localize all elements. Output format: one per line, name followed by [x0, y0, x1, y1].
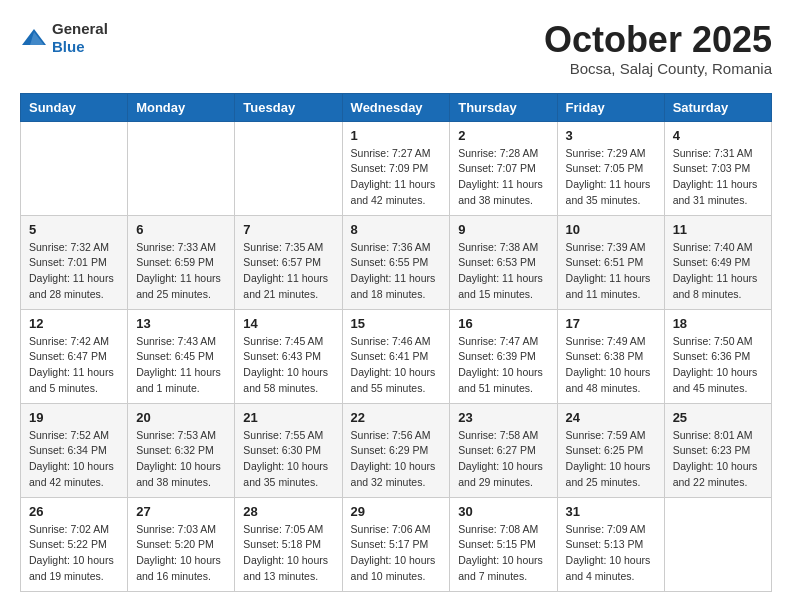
- calendar-header-friday: Friday: [557, 93, 664, 121]
- logo-icon: [20, 27, 48, 49]
- day-number: 23: [458, 410, 548, 425]
- calendar-cell: 10Sunrise: 7:39 AMSunset: 6:51 PMDayligh…: [557, 215, 664, 309]
- calendar-cell: 19Sunrise: 7:52 AMSunset: 6:34 PMDayligh…: [21, 403, 128, 497]
- logo-text-blue: Blue: [52, 38, 85, 55]
- location-subtitle: Bocsa, Salaj County, Romania: [544, 60, 772, 77]
- calendar-cell: 29Sunrise: 7:06 AMSunset: 5:17 PMDayligh…: [342, 497, 450, 591]
- day-number: 9: [458, 222, 548, 237]
- calendar-header-saturday: Saturday: [664, 93, 771, 121]
- calendar-cell: 28Sunrise: 7:05 AMSunset: 5:18 PMDayligh…: [235, 497, 342, 591]
- day-info: Sunrise: 7:32 AMSunset: 7:01 PMDaylight:…: [29, 240, 119, 303]
- page-header: General Blue October 2025 Bocsa, Salaj C…: [20, 20, 772, 77]
- day-info: Sunrise: 7:59 AMSunset: 6:25 PMDaylight:…: [566, 428, 656, 491]
- calendar-cell: 12Sunrise: 7:42 AMSunset: 6:47 PMDayligh…: [21, 309, 128, 403]
- day-info: Sunrise: 7:31 AMSunset: 7:03 PMDaylight:…: [673, 146, 763, 209]
- calendar-cell: [21, 121, 128, 215]
- calendar-cell: 14Sunrise: 7:45 AMSunset: 6:43 PMDayligh…: [235, 309, 342, 403]
- day-info: Sunrise: 7:52 AMSunset: 6:34 PMDaylight:…: [29, 428, 119, 491]
- day-info: Sunrise: 7:53 AMSunset: 6:32 PMDaylight:…: [136, 428, 226, 491]
- calendar-cell: 20Sunrise: 7:53 AMSunset: 6:32 PMDayligh…: [128, 403, 235, 497]
- day-info: Sunrise: 7:28 AMSunset: 7:07 PMDaylight:…: [458, 146, 548, 209]
- logo: General Blue: [20, 20, 108, 56]
- day-number: 12: [29, 316, 119, 331]
- month-title: October 2025: [544, 20, 772, 60]
- day-number: 24: [566, 410, 656, 425]
- day-info: Sunrise: 8:01 AMSunset: 6:23 PMDaylight:…: [673, 428, 763, 491]
- calendar-cell: [128, 121, 235, 215]
- day-number: 13: [136, 316, 226, 331]
- day-info: Sunrise: 7:09 AMSunset: 5:13 PMDaylight:…: [566, 522, 656, 585]
- calendar-header-row: SundayMondayTuesdayWednesdayThursdayFrid…: [21, 93, 772, 121]
- calendar-cell: 25Sunrise: 8:01 AMSunset: 6:23 PMDayligh…: [664, 403, 771, 497]
- calendar-cell: 31Sunrise: 7:09 AMSunset: 5:13 PMDayligh…: [557, 497, 664, 591]
- calendar-header-wednesday: Wednesday: [342, 93, 450, 121]
- day-info: Sunrise: 7:50 AMSunset: 6:36 PMDaylight:…: [673, 334, 763, 397]
- day-info: Sunrise: 7:46 AMSunset: 6:41 PMDaylight:…: [351, 334, 442, 397]
- calendar-cell: 3Sunrise: 7:29 AMSunset: 7:05 PMDaylight…: [557, 121, 664, 215]
- calendar-cell: 8Sunrise: 7:36 AMSunset: 6:55 PMDaylight…: [342, 215, 450, 309]
- day-number: 8: [351, 222, 442, 237]
- day-info: Sunrise: 7:49 AMSunset: 6:38 PMDaylight:…: [566, 334, 656, 397]
- calendar-header-thursday: Thursday: [450, 93, 557, 121]
- day-number: 19: [29, 410, 119, 425]
- calendar-cell: 16Sunrise: 7:47 AMSunset: 6:39 PMDayligh…: [450, 309, 557, 403]
- calendar-cell: 2Sunrise: 7:28 AMSunset: 7:07 PMDaylight…: [450, 121, 557, 215]
- calendar-cell: 18Sunrise: 7:50 AMSunset: 6:36 PMDayligh…: [664, 309, 771, 403]
- calendar-cell: 15Sunrise: 7:46 AMSunset: 6:41 PMDayligh…: [342, 309, 450, 403]
- calendar-cell: 30Sunrise: 7:08 AMSunset: 5:15 PMDayligh…: [450, 497, 557, 591]
- day-number: 21: [243, 410, 333, 425]
- day-number: 25: [673, 410, 763, 425]
- day-info: Sunrise: 7:56 AMSunset: 6:29 PMDaylight:…: [351, 428, 442, 491]
- day-info: Sunrise: 7:08 AMSunset: 5:15 PMDaylight:…: [458, 522, 548, 585]
- calendar-cell: 11Sunrise: 7:40 AMSunset: 6:49 PMDayligh…: [664, 215, 771, 309]
- calendar-cell: [664, 497, 771, 591]
- day-info: Sunrise: 7:36 AMSunset: 6:55 PMDaylight:…: [351, 240, 442, 303]
- day-info: Sunrise: 7:40 AMSunset: 6:49 PMDaylight:…: [673, 240, 763, 303]
- day-number: 22: [351, 410, 442, 425]
- calendar-header-sunday: Sunday: [21, 93, 128, 121]
- calendar-cell: 9Sunrise: 7:38 AMSunset: 6:53 PMDaylight…: [450, 215, 557, 309]
- logo-text-general: General: [52, 20, 108, 37]
- day-info: Sunrise: 7:33 AMSunset: 6:59 PMDaylight:…: [136, 240, 226, 303]
- day-info: Sunrise: 7:27 AMSunset: 7:09 PMDaylight:…: [351, 146, 442, 209]
- day-info: Sunrise: 7:42 AMSunset: 6:47 PMDaylight:…: [29, 334, 119, 397]
- calendar-cell: 21Sunrise: 7:55 AMSunset: 6:30 PMDayligh…: [235, 403, 342, 497]
- day-number: 31: [566, 504, 656, 519]
- day-number: 7: [243, 222, 333, 237]
- day-number: 1: [351, 128, 442, 143]
- day-info: Sunrise: 7:39 AMSunset: 6:51 PMDaylight:…: [566, 240, 656, 303]
- calendar-header-monday: Monday: [128, 93, 235, 121]
- day-info: Sunrise: 7:06 AMSunset: 5:17 PMDaylight:…: [351, 522, 442, 585]
- day-info: Sunrise: 7:35 AMSunset: 6:57 PMDaylight:…: [243, 240, 333, 303]
- day-number: 4: [673, 128, 763, 143]
- calendar-cell: 7Sunrise: 7:35 AMSunset: 6:57 PMDaylight…: [235, 215, 342, 309]
- day-number: 20: [136, 410, 226, 425]
- day-number: 3: [566, 128, 656, 143]
- day-number: 6: [136, 222, 226, 237]
- calendar-week-row: 19Sunrise: 7:52 AMSunset: 6:34 PMDayligh…: [21, 403, 772, 497]
- day-number: 28: [243, 504, 333, 519]
- calendar-cell: 13Sunrise: 7:43 AMSunset: 6:45 PMDayligh…: [128, 309, 235, 403]
- calendar-cell: 22Sunrise: 7:56 AMSunset: 6:29 PMDayligh…: [342, 403, 450, 497]
- calendar-cell: 26Sunrise: 7:02 AMSunset: 5:22 PMDayligh…: [21, 497, 128, 591]
- day-info: Sunrise: 7:45 AMSunset: 6:43 PMDaylight:…: [243, 334, 333, 397]
- calendar-week-row: 26Sunrise: 7:02 AMSunset: 5:22 PMDayligh…: [21, 497, 772, 591]
- calendar-cell: [235, 121, 342, 215]
- day-number: 29: [351, 504, 442, 519]
- calendar-cell: 27Sunrise: 7:03 AMSunset: 5:20 PMDayligh…: [128, 497, 235, 591]
- day-number: 5: [29, 222, 119, 237]
- calendar-week-row: 12Sunrise: 7:42 AMSunset: 6:47 PMDayligh…: [21, 309, 772, 403]
- title-block: October 2025 Bocsa, Salaj County, Romani…: [544, 20, 772, 77]
- day-number: 10: [566, 222, 656, 237]
- calendar-cell: 1Sunrise: 7:27 AMSunset: 7:09 PMDaylight…: [342, 121, 450, 215]
- calendar-cell: 17Sunrise: 7:49 AMSunset: 6:38 PMDayligh…: [557, 309, 664, 403]
- calendar-cell: 5Sunrise: 7:32 AMSunset: 7:01 PMDaylight…: [21, 215, 128, 309]
- day-info: Sunrise: 7:43 AMSunset: 6:45 PMDaylight:…: [136, 334, 226, 397]
- day-number: 2: [458, 128, 548, 143]
- day-number: 15: [351, 316, 442, 331]
- day-info: Sunrise: 7:02 AMSunset: 5:22 PMDaylight:…: [29, 522, 119, 585]
- calendar-week-row: 1Sunrise: 7:27 AMSunset: 7:09 PMDaylight…: [21, 121, 772, 215]
- day-info: Sunrise: 7:58 AMSunset: 6:27 PMDaylight:…: [458, 428, 548, 491]
- day-number: 11: [673, 222, 763, 237]
- calendar-table: SundayMondayTuesdayWednesdayThursdayFrid…: [20, 93, 772, 592]
